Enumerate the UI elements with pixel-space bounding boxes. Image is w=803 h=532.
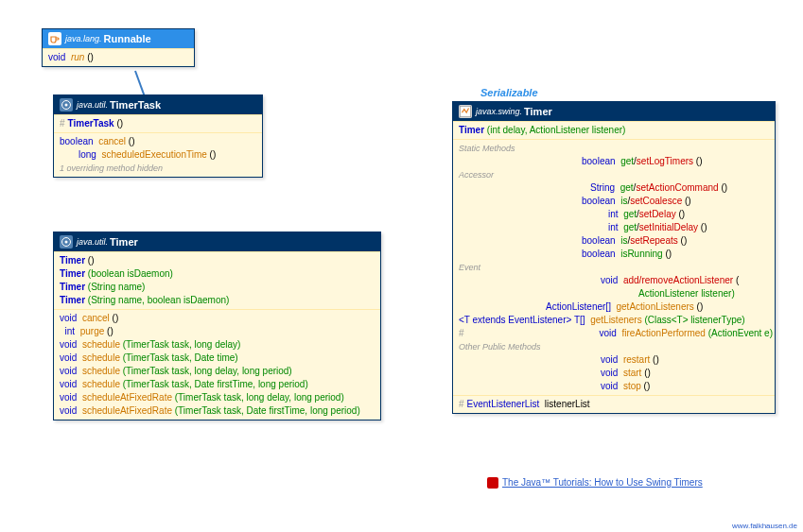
- section-label: Event: [459, 261, 769, 274]
- svg-point-3: [65, 241, 68, 244]
- section-label: Accessor: [459, 168, 769, 181]
- svg-point-1: [65, 104, 68, 107]
- method-section: void run (): [43, 48, 194, 66]
- gear-icon: [60, 235, 73, 249]
- package-label: java.util.: [77, 237, 108, 247]
- class-name: Runnable: [104, 33, 151, 44]
- section-label: Static Methods: [459, 142, 769, 155]
- section-label: Other Public Methods: [459, 340, 769, 353]
- hidden-note: 1 overriding method hidden: [60, 162, 256, 175]
- oracle-icon: [487, 477, 498, 489]
- package-label: javax.swing.: [476, 107, 522, 116]
- interface-serializable: Serializable: [480, 87, 538, 98]
- cup-icon: [48, 32, 61, 45]
- class-util-timer: java.util.Timer Timer () Timer (boolean …: [53, 232, 381, 420]
- gear-icon: [60, 98, 73, 112]
- class-swing-timer: javax.swing.Timer Timer (int delay, Acti…: [452, 101, 776, 414]
- package-label: java.util.: [77, 100, 108, 110]
- class-runnable: java.lang.Runnable void run (): [42, 28, 195, 67]
- attribution-link[interactable]: www.falkhausen.de: [732, 522, 797, 530]
- class-header: javax.swing.Timer: [453, 102, 775, 121]
- class-header: java.util.Timer: [54, 232, 380, 251]
- class-timertask: java.util.TimerTask #TimerTask () boolea…: [53, 94, 263, 178]
- tutorial-link[interactable]: The Java™ Tutorials: How to Use Swing Ti…: [487, 477, 703, 489]
- class-header: java.util.TimerTask: [54, 95, 262, 114]
- package-label: java.lang.: [65, 34, 102, 43]
- class-name: TimerTask: [110, 99, 161, 111]
- class-name: Timer: [110, 236, 138, 248]
- java-icon: [459, 105, 472, 118]
- class-header: java.lang.Runnable: [43, 29, 194, 48]
- class-name: Timer: [524, 106, 552, 117]
